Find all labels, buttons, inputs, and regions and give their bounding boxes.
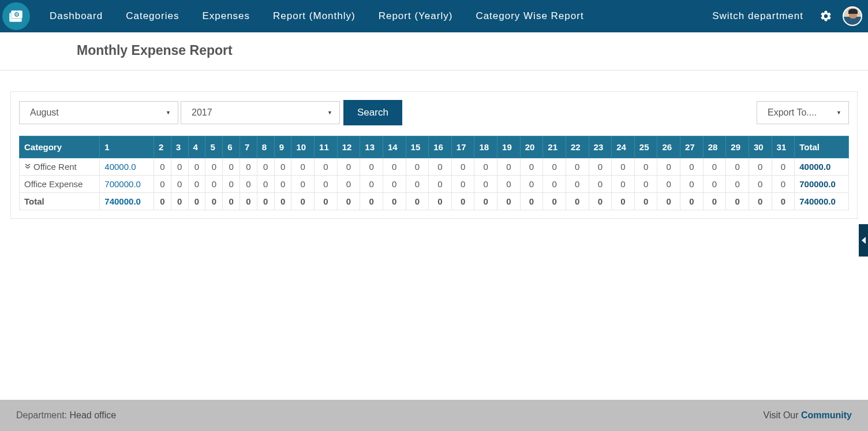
category-cell: Office Rent (20, 158, 100, 176)
value-cell: 0 (429, 158, 452, 176)
top-navbar: Dashboard Categories Expenses Report (Mo… (0, 0, 868, 32)
total-value-cell: 0 (612, 193, 635, 210)
value-cell: 0 (383, 158, 406, 176)
total-value-cell: 0 (497, 193, 521, 210)
table-header-cell: 7 (240, 136, 257, 158)
total-value-cell: 0 (566, 193, 589, 210)
user-avatar[interactable] (843, 6, 862, 26)
value-cell: 0 (657, 176, 680, 193)
table-row: Office Rent40000.00000000000000000000000… (20, 158, 849, 176)
table-header-cell: 24 (612, 136, 635, 158)
value-cell: 0 (337, 176, 360, 193)
table-header-cell: Category (20, 136, 100, 158)
total-value-cell: 0 (274, 193, 291, 210)
table-header-cell: 16 (429, 136, 452, 158)
total-value-cell: 0 (520, 193, 543, 210)
nav-links: Dashboard Categories Expenses Report (Mo… (40, 7, 593, 25)
table-header-cell: 11 (315, 136, 338, 158)
value-cell: 0 (406, 176, 429, 193)
value-cell: 0 (566, 176, 589, 193)
table-header-cell: 19 (497, 136, 521, 158)
value-link[interactable]: 700000.0 (104, 179, 141, 189)
value-cell: 0 (772, 158, 795, 176)
value-cell: 0 (749, 176, 772, 193)
total-value-cell: 0 (205, 193, 223, 210)
value-cell: 0 (703, 158, 726, 176)
total-value-cell: 0 (315, 193, 338, 210)
table-header-cell: 31 (772, 136, 795, 158)
total-value-cell: 0 (171, 193, 188, 210)
nav-category-wise[interactable]: Category Wise Report (466, 7, 593, 25)
table-header-cell: 4 (188, 136, 205, 158)
department-label: Department: Head office (16, 410, 116, 421)
total-value-cell: 0 (703, 193, 726, 210)
table-header-cell: 17 (451, 136, 474, 158)
value-cell: 0 (315, 176, 338, 193)
total-value-cell: 0 (429, 193, 452, 210)
table-header-cell: 23 (589, 136, 612, 158)
table-header-cell: 18 (474, 136, 497, 158)
value-cell: 0 (240, 176, 257, 193)
value-cell: 0 (543, 158, 566, 176)
category-name: Office Expense (24, 179, 83, 189)
table-header-cell: 28 (703, 136, 726, 158)
caret-down-icon: ▼ (327, 110, 332, 116)
value-cell: 0 (589, 176, 612, 193)
expand-icon[interactable] (24, 163, 31, 172)
nav-report-yearly[interactable]: Report (Yearly) (369, 7, 462, 25)
month-select[interactable]: August ▼ (19, 101, 178, 124)
value-cell: 0 (257, 176, 274, 193)
community-link[interactable]: Community (801, 410, 852, 420)
table-header-cell: 22 (566, 136, 589, 158)
total-value-cell: 0 (360, 193, 383, 210)
value-cell: 0 (703, 176, 726, 193)
table-header-cell: 3 (171, 136, 188, 158)
value-cell: 0 (188, 158, 205, 176)
table-header-cell: 14 (383, 136, 406, 158)
total-value-cell: 0 (337, 193, 360, 210)
table-total-row: Total740000.0000000000000000000000000000… (20, 193, 849, 210)
table-header-cell: 20 (520, 136, 543, 158)
total-label-cell: Total (20, 193, 100, 210)
table-header-cell: 13 (360, 136, 383, 158)
value-cell: 0 (171, 176, 188, 193)
value-cell: 0 (360, 176, 383, 193)
value-cell: 0 (240, 158, 257, 176)
nav-dashboard[interactable]: Dashboard (40, 7, 112, 25)
value-link[interactable]: 40000.0 (104, 162, 136, 172)
value-cell: 0 (543, 176, 566, 193)
svg-point-3 (16, 14, 17, 15)
side-collapse-tab[interactable] (859, 224, 868, 257)
switch-department-link[interactable]: Switch department (706, 7, 809, 25)
total-value-link[interactable]: 740000.0 (104, 196, 141, 206)
search-button[interactable]: Search (343, 100, 402, 125)
value-cell: 0 (634, 158, 657, 176)
export-select[interactable]: Export To.... ▼ (757, 101, 849, 124)
value-cell: 0 (726, 158, 749, 176)
export-select-value: Export To.... (768, 107, 817, 118)
total-value-cell: 0 (772, 193, 795, 210)
value-cell: 0 (566, 158, 589, 176)
year-select[interactable]: 2017 ▼ (181, 101, 340, 124)
table-header-cell: 21 (543, 136, 566, 158)
row-total-cell: 40000.0 (795, 158, 849, 176)
value-cell: 700000.0 (100, 176, 154, 193)
nav-expenses[interactable]: Expenses (193, 7, 259, 25)
table-header-cell: 2 (154, 136, 171, 158)
nav-categories[interactable]: Categories (117, 7, 188, 25)
value-cell: 0 (291, 158, 315, 176)
value-cell: 0 (360, 158, 383, 176)
nav-report-monthly[interactable]: Report (Monthly) (264, 7, 365, 25)
year-select-value: 2017 (192, 107, 212, 118)
app-logo[interactable] (2, 2, 30, 30)
table-header-cell: 27 (680, 136, 704, 158)
total-value-cell: 0 (383, 193, 406, 210)
total-value-cell: 0 (291, 193, 315, 210)
value-cell: 0 (589, 158, 612, 176)
value-cell: 0 (634, 176, 657, 193)
settings-gear-icon[interactable] (820, 10, 832, 23)
table-header-cell: Total (795, 136, 849, 158)
total-value-cell: 0 (589, 193, 612, 210)
value-cell: 0 (383, 176, 406, 193)
value-cell: 0 (680, 176, 704, 193)
